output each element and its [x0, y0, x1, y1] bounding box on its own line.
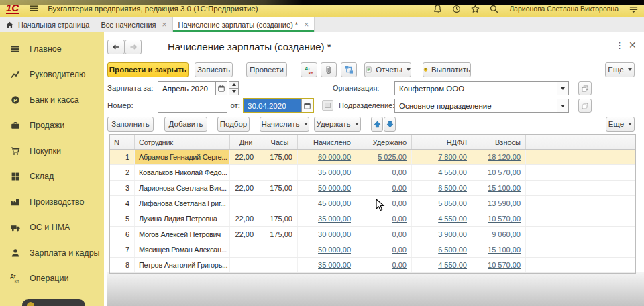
table-row[interactable]: 5Лукина Лидия Петровна22,00175,0035 000,… — [110, 211, 635, 227]
cell-2[interactable]: 22,00 — [230, 181, 262, 195]
cell-0[interactable]: 1 — [110, 150, 135, 164]
cell-3[interactable] — [262, 258, 298, 272]
cell-1[interactable]: Могов Алексей Петрович — [135, 227, 230, 242]
cell-5[interactable]: 0,00 — [356, 165, 412, 180]
cell-7[interactable]: 15 100,00 — [472, 242, 526, 257]
cell-1[interactable]: Петров Анатолий Григорь... — [135, 258, 230, 272]
cell-2[interactable] — [230, 258, 262, 272]
cell-5[interactable]: 0,00 — [356, 227, 412, 242]
cell-3[interactable] — [262, 242, 298, 257]
cell-2[interactable]: 22,00 — [230, 150, 262, 164]
date-field[interactable]: 30.04.2020 — [243, 98, 314, 113]
sidebar-item-chart[interactable]: Руководителю — [0, 62, 104, 87]
cell-0[interactable]: 7 — [110, 242, 135, 257]
column-header-2[interactable]: Дни — [230, 135, 262, 149]
reports-button[interactable]: Отчеты — [364, 62, 411, 77]
table-row[interactable]: 1Абрамов Геннадий Серге...22,00175,0060 … — [110, 150, 635, 165]
table-row[interactable]: 4Лифанова Светлана Григ...45 000,000,005… — [110, 196, 635, 211]
cell-7[interactable]: 10 570,00 — [472, 211, 526, 226]
tab-home[interactable]: Начальная страница — [0, 17, 95, 32]
cell-6[interactable]: 7 800,00 — [412, 150, 472, 164]
post-and-close-button[interactable]: Провести и закрыть — [107, 62, 189, 77]
fill-button[interactable]: Заполнить — [107, 117, 154, 132]
save-button[interactable]: Записать — [195, 62, 233, 77]
cell-3[interactable]: 175,00 — [262, 181, 298, 195]
cell-6[interactable]: 4 550,00 — [412, 258, 472, 272]
sidebar-item-factory[interactable]: Производство — [0, 189, 104, 215]
close-form-icon[interactable]: ✕ — [629, 40, 637, 50]
cell-7[interactable]: 18 120,00 — [472, 150, 526, 164]
column-header-7[interactable]: Взносы — [472, 135, 526, 149]
cell-4[interactable]: 50 000,00 — [298, 181, 356, 195]
user-menu-icon[interactable] — [629, 4, 639, 14]
sidebar-item-grid[interactable]: Склад — [0, 164, 104, 189]
move-up-button[interactable] — [371, 117, 383, 132]
sidebar-item-truck[interactable]: ОС и НМА — [0, 215, 104, 240]
favorites-star-icon[interactable] — [470, 4, 480, 14]
search-icon[interactable] — [489, 4, 499, 14]
cell-7[interactable]: 10 570,00 — [472, 258, 526, 272]
tab-close-icon[interactable]: × — [304, 21, 309, 28]
sidebar-item-briefcase[interactable]: Продажи — [0, 113, 104, 138]
table-row[interactable]: 6Могов Алексей Петрович22,00175,0030 000… — [110, 227, 635, 242]
cell-6[interactable]: 6 500,00 — [412, 242, 472, 257]
cell-0[interactable]: 5 — [110, 211, 135, 226]
pick-button[interactable]: Подбор — [217, 117, 250, 132]
cell-1[interactable]: Абрамов Геннадий Серге... — [135, 150, 230, 164]
cell-5[interactable]: 5 025,00 — [356, 150, 412, 164]
cell-2[interactable] — [230, 196, 262, 211]
cell-1[interactable]: Ларионова Светлана Вик... — [135, 181, 230, 195]
cell-7[interactable]: 10 570,00 — [472, 165, 526, 180]
post-button[interactable]: Провести — [246, 62, 287, 77]
cell-4[interactable]: 35 000,00 — [298, 258, 356, 272]
department-field[interactable]: Основное подразделение — [394, 99, 569, 113]
attachments-button[interactable] — [321, 62, 337, 77]
cell-1[interactable]: Лукина Лидия Петровна — [135, 211, 230, 226]
table-row[interactable]: 2Ковальков Николай Федо...35 000,000,004… — [110, 165, 635, 181]
cell-5[interactable]: 0,00 — [356, 242, 412, 257]
back-button[interactable] — [107, 40, 125, 54]
cell-4[interactable]: 60 000,00 — [298, 150, 356, 164]
main-menu-icon[interactable] — [29, 3, 39, 13]
cell-3[interactable]: 175,00 — [262, 211, 298, 226]
column-header-1[interactable]: Сотрудник — [135, 135, 230, 149]
dept-dropdown-button[interactable] — [557, 99, 568, 112]
cell-6[interactable]: 3 900,00 — [412, 227, 472, 242]
table-row[interactable]: 8Петров Анатолий Григорь...35 000,000,00… — [110, 258, 635, 273]
column-header-6[interactable]: НДФЛ — [412, 135, 472, 149]
calendar-icon[interactable] — [217, 85, 225, 93]
organization-field[interactable]: Конфетпром ООО — [394, 81, 569, 95]
calendar-icon[interactable] — [303, 102, 311, 110]
number-field[interactable] — [158, 99, 227, 113]
sidebar-item-cart[interactable]: Покупки — [0, 138, 104, 164]
current-user[interactable]: Ларионова Светлана Викторовна — [509, 5, 619, 13]
cell-7[interactable]: 13 590,00 — [472, 196, 526, 211]
cell-5[interactable]: 0,00 — [356, 211, 412, 226]
move-down-button[interactable] — [384, 117, 396, 132]
period-stepper[interactable] — [229, 81, 239, 95]
cell-1[interactable]: Лифанова Светлана Григ... — [135, 196, 230, 211]
cell-6[interactable]: 5 850,00 — [412, 196, 472, 211]
cell-0[interactable]: 3 — [110, 181, 135, 195]
dtkt-button[interactable] — [301, 62, 317, 77]
cell-2[interactable] — [230, 165, 262, 180]
period-field[interactable]: Апрель 2020 — [158, 81, 227, 95]
cell-1[interactable]: Мясищев Роман Алексан... — [135, 242, 230, 257]
accrue-button[interactable]: Начислить — [260, 117, 309, 132]
cell-4[interactable]: 50 000,00 — [298, 242, 356, 257]
sidebar-item-menu[interactable]: Главное — [0, 36, 104, 62]
cell-2[interactable] — [230, 242, 262, 257]
org-open-button[interactable] — [578, 81, 592, 95]
more-button-top[interactable]: Еще — [605, 62, 635, 77]
cell-5[interactable]: 0,00 — [356, 258, 412, 272]
add-button[interactable]: Добавить — [164, 117, 207, 132]
column-header-3[interactable]: Часы — [262, 135, 298, 149]
table-row[interactable]: 3Ларионова Светлана Вик...22,00175,0050 … — [110, 181, 635, 196]
cell-3[interactable]: 175,00 — [262, 227, 298, 242]
dept-open-button[interactable] — [578, 99, 592, 113]
sidebar-item-coin[interactable]: Банк и касса — [0, 87, 104, 113]
pay-button[interactable]: Выплатить — [423, 62, 471, 77]
notifications-bell-icon[interactable] — [433, 4, 443, 14]
tab-close-icon[interactable]: × — [162, 21, 167, 28]
cell-4[interactable]: 35 000,00 — [298, 165, 356, 180]
